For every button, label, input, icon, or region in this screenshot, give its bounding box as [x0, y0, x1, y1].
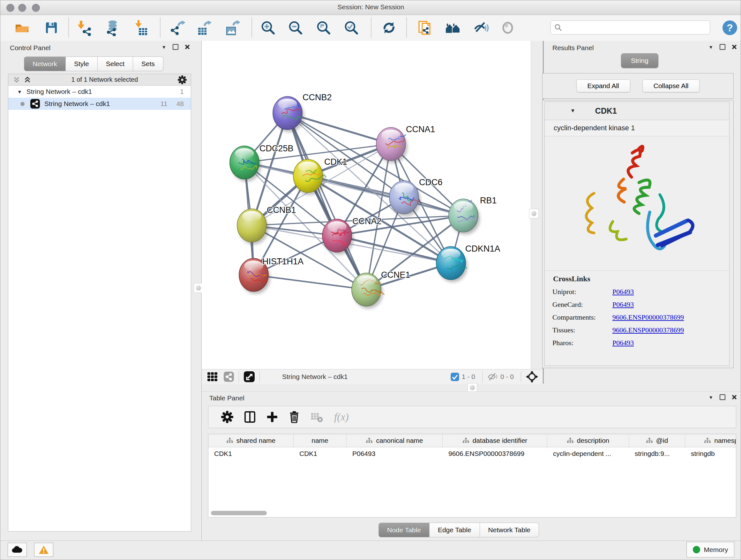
detail-orb-button[interactable]: [499, 19, 516, 36]
tab-network[interactable]: Network: [24, 57, 66, 71]
tab-style[interactable]: Style: [66, 57, 98, 71]
column-header-namespace[interactable]: namespace: [685, 434, 736, 447]
zoom-selected-button[interactable]: [343, 19, 360, 36]
save-session-button[interactable]: [43, 19, 60, 36]
close-panel-icon[interactable]: [185, 44, 190, 50]
control-panel: Control Panel ▼ NetworkStyleSelectSets 1…: [0, 41, 202, 541]
selected-checkbox-icon[interactable]: [451, 373, 459, 381]
bottom-splitter-handle[interactable]: [468, 383, 477, 392]
column-header-shared-name[interactable]: shared name: [208, 434, 293, 447]
column-header-canonical-name[interactable]: canonical name: [347, 434, 443, 447]
right-splitter-handle[interactable]: [529, 209, 539, 219]
crosslink-link[interactable]: 9606.ENSP00000378699: [612, 326, 684, 334]
results-tab-string[interactable]: String: [621, 53, 658, 68]
share-view-icon[interactable]: [223, 371, 234, 382]
table-cell[interactable]: CDK1: [293, 447, 347, 460]
import-network-file-button[interactable]: [75, 19, 92, 36]
delete-column-icon[interactable]: [289, 411, 300, 423]
hidden-eye-icon[interactable]: [487, 372, 498, 382]
export-network-button[interactable]: [170, 19, 186, 36]
network-selected-status: 1 of 1 Network selected: [32, 76, 178, 83]
network-node-CDKN1A[interactable]: [436, 246, 468, 282]
table-cell[interactable]: cyclin-dependent ...: [547, 447, 629, 460]
string-app-button[interactable]: [445, 19, 461, 36]
tab-node-table[interactable]: Node Table: [379, 523, 429, 537]
collapse-protein-icon[interactable]: ▼: [570, 108, 576, 114]
column-header-@id[interactable]: @id: [629, 434, 685, 447]
protein-card-header[interactable]: ▼ CDK1: [545, 102, 729, 120]
network-edge-HIST1H1A-CCNE1[interactable]: [254, 275, 366, 290]
search-field[interactable]: [550, 20, 710, 35]
memory-button[interactable]: Memory: [686, 542, 734, 557]
help-button[interactable]: ?: [722, 19, 738, 36]
application-window: Session: New Session: [0, 0, 741, 560]
column-header-description[interactable]: description: [547, 434, 629, 447]
refresh-icon: [381, 19, 397, 36]
network-node-RB1[interactable]: [449, 199, 480, 235]
export-image-button[interactable]: [224, 19, 241, 36]
table-cell[interactable]: P06493: [347, 447, 443, 460]
zoom-out-button[interactable]: [287, 19, 304, 36]
table-row[interactable]: CDK1CDK1P064939606.ENSP00000378699cyclin…: [208, 447, 736, 460]
warning-status-button[interactable]: [34, 543, 53, 557]
protein-structure-image[interactable]: [545, 136, 729, 270]
grid-view-icon[interactable]: [207, 371, 218, 382]
tab-network-table[interactable]: Network Table: [480, 523, 539, 537]
export-table-button[interactable]: [196, 19, 212, 36]
expand-all-icon[interactable]: [23, 76, 32, 84]
crosslink-link[interactable]: P06493: [612, 339, 634, 347]
close-panel-icon[interactable]: [732, 44, 737, 50]
zoom-in-button[interactable]: [260, 19, 276, 36]
table-gear-icon[interactable]: [221, 411, 233, 423]
search-input[interactable]: [562, 23, 706, 32]
birdseye-icon[interactable]: [526, 370, 538, 383]
crosslink-link[interactable]: P06493: [612, 288, 634, 296]
import-table-file-button[interactable]: [132, 19, 149, 36]
gear-icon[interactable]: [178, 75, 187, 84]
collapse-all-icon[interactable]: [13, 76, 21, 84]
show-graphics-details-button[interactable]: [472, 19, 489, 36]
share-network-document-button[interactable]: [416, 19, 433, 36]
column-header-name[interactable]: name: [293, 434, 347, 447]
close-panel-icon[interactable]: [732, 395, 737, 400]
network-node-CCNE1[interactable]: [352, 273, 384, 309]
network-node-CCNA1[interactable]: [376, 127, 408, 163]
network-canvas[interactable]: CCNB2CCNA1CDC25BCDK1CDC6RB1CCNB1CCNA2CDK…: [202, 41, 543, 369]
tab-edge-table[interactable]: Edge Table: [429, 523, 480, 537]
crosslink-link[interactable]: P06493: [612, 300, 634, 309]
open-in-new-window-icon[interactable]: [244, 371, 255, 382]
network-node-CCNA2[interactable]: [322, 219, 354, 255]
column-header-database-identifier[interactable]: database identifier: [443, 434, 547, 447]
panel-menu-icon[interactable]: ▼: [161, 45, 166, 50]
zoom-out-icon: [287, 19, 304, 36]
toolbar-separator: [160, 17, 160, 37]
table-cell[interactable]: 9606.ENSP00000378699: [443, 447, 547, 460]
tree-expander-icon[interactable]: ▼: [17, 89, 22, 95]
panel-menu-icon[interactable]: ▼: [709, 395, 713, 400]
table-hscrollbar-thumb[interactable]: [211, 511, 267, 515]
apply-layout-button[interactable]: [381, 19, 397, 36]
table-cell[interactable]: stringdb: [685, 447, 736, 460]
collapse-all-button[interactable]: Collapse All: [643, 79, 700, 92]
network-node-CCNB2[interactable]: [273, 97, 304, 132]
crosslink-link[interactable]: 9606.ENSP00000378699: [612, 313, 684, 321]
tab-select[interactable]: Select: [98, 57, 133, 71]
network-collection-row[interactable]: ▼ String Network – cdk1 1: [8, 85, 191, 98]
expand-all-button[interactable]: Expand All: [576, 79, 630, 92]
open-file-button[interactable]: [14, 19, 30, 36]
float-panel-icon[interactable]: [720, 44, 725, 50]
table-cell[interactable]: CDK1: [208, 447, 293, 460]
network-row[interactable]: String Network – cdk1 11 48: [8, 98, 191, 110]
float-panel-icon[interactable]: [173, 44, 179, 50]
import-network-database-button[interactable]: [103, 19, 119, 36]
table-cell[interactable]: stringdb:9...: [629, 447, 685, 460]
add-column-icon[interactable]: [266, 411, 278, 423]
panel-menu-icon[interactable]: ▼: [709, 45, 713, 50]
float-panel-icon[interactable]: [720, 394, 725, 400]
network-node-CDC25B[interactable]: [230, 146, 261, 182]
tab-sets[interactable]: Sets: [133, 57, 163, 71]
cloud-status-button[interactable]: [8, 543, 27, 557]
control-panel-tabs: NetworkStyleSelectSets: [24, 57, 163, 71]
zoom-fit-button[interactable]: [315, 19, 332, 36]
show-columns-icon[interactable]: [244, 411, 256, 423]
